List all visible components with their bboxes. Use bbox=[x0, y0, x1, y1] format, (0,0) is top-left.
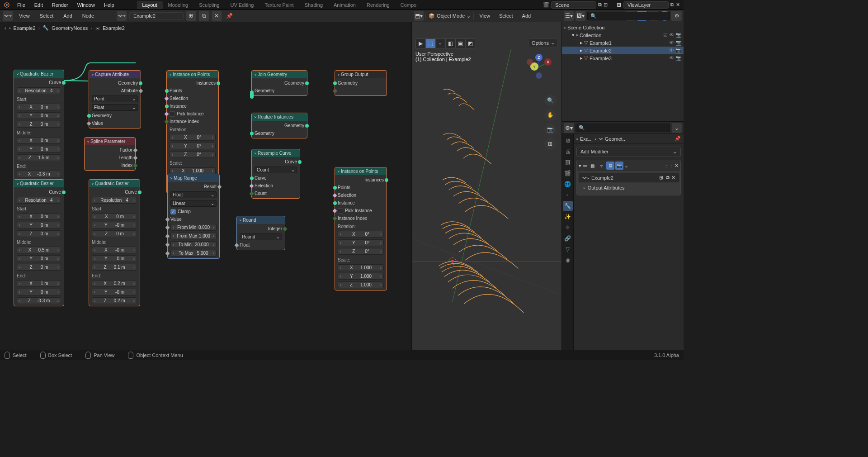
tab-scene-icon[interactable]: 🎬 bbox=[563, 168, 573, 178]
nodetree-name-field[interactable]: Example2 bbox=[129, 12, 184, 19]
node-header[interactable]: vQuadratic Bezier bbox=[89, 180, 140, 187]
display-edit-icon[interactable]: ▿ bbox=[597, 162, 605, 170]
node-header[interactable]: vInstance on Points bbox=[335, 167, 387, 175]
tab-render-icon[interactable]: 🖥 bbox=[563, 136, 573, 146]
menu-node[interactable]: Node bbox=[79, 12, 98, 19]
tab-material-icon[interactable]: ◉ bbox=[563, 255, 573, 265]
shield-icon[interactable]: ⛨ bbox=[186, 11, 196, 21]
copy-icon[interactable]: ⧉ bbox=[598, 2, 602, 8]
node-header[interactable]: vRealize Instances bbox=[252, 113, 307, 121]
unlink-icon[interactable]: ✕ bbox=[212, 11, 222, 21]
tab-shading[interactable]: Shading bbox=[299, 1, 328, 9]
display-viewport-icon[interactable]: 🖥 bbox=[606, 162, 614, 170]
tab-object-icon[interactable]: ▫ bbox=[563, 190, 573, 200]
node-quadratic-bezier-2[interactable]: vQuadratic Bezier Curve Resolution4 Star… bbox=[14, 179, 64, 306]
node-header[interactable]: vSpline Parameter bbox=[85, 138, 135, 145]
tab-texturepaint[interactable]: Texture Paint bbox=[259, 1, 299, 9]
tab-sculpting[interactable]: Sculpting bbox=[193, 1, 225, 9]
node-header[interactable]: vQuadratic Bezier bbox=[14, 70, 64, 78]
blender-logo-icon[interactable] bbox=[0, 0, 13, 10]
select-icon[interactable]: ◩ bbox=[465, 38, 475, 48]
node-header[interactable]: vQuadratic Bezier bbox=[14, 180, 64, 187]
tree-item-example2[interactable]: ▸ ▽Example2👁📷 bbox=[562, 47, 684, 54]
menu-add[interactable]: Add bbox=[60, 12, 76, 19]
pan-icon[interactable]: ✋ bbox=[544, 109, 556, 121]
mode-select[interactable]: 📦Object Mode⌄ bbox=[425, 12, 474, 20]
tab-layout[interactable]: Layout bbox=[137, 1, 163, 9]
options-dropdown[interactable]: Options⌄ bbox=[528, 38, 558, 47]
menu-edit[interactable]: Edit bbox=[30, 2, 47, 8]
tree-collection[interactable]: ▾ ▫Collection☑👁📷 bbox=[562, 31, 684, 39]
viewlayer-name-field[interactable]: ViewLayer bbox=[623, 1, 669, 9]
tab-particles-icon[interactable]: ✨ bbox=[563, 212, 573, 222]
tab-rendering[interactable]: Rendering bbox=[361, 1, 395, 9]
menu-view[interactable]: View bbox=[15, 12, 33, 19]
node-round[interactable]: vRound Integer Round⌄ Float bbox=[236, 216, 285, 250]
modifier-panel-header[interactable]: ▾⫘ ▦ ▿ 🖥 📷 ⌄ ⋮⋮ ✕ bbox=[577, 160, 680, 171]
display-mode-icon[interactable]: 🖼▾ bbox=[576, 11, 585, 21]
node-header[interactable]: vInstance on Points bbox=[167, 71, 218, 78]
node-quadratic-bezier-1[interactable]: vQuadratic Bezier Curve Resolution4 Star… bbox=[14, 70, 64, 197]
grid-icon[interactable]: ⊞ bbox=[544, 138, 556, 150]
output-attributes-toggle[interactable]: ›Output Attributes bbox=[579, 182, 679, 193]
unlink-icon[interactable]: ✕ bbox=[671, 175, 675, 181]
copy-icon[interactable]: ⧉ bbox=[670, 2, 674, 8]
display-render-icon[interactable]: 📷 bbox=[615, 162, 623, 170]
tab-output-icon[interactable]: 🖨 bbox=[563, 147, 573, 157]
tab-uvediting[interactable]: UV Editing bbox=[225, 1, 259, 9]
select-icon[interactable]: ▣ bbox=[455, 38, 465, 48]
tab-compositing[interactable]: Compo bbox=[395, 1, 422, 9]
filter-icon[interactable]: ⚙ bbox=[672, 11, 682, 21]
display-spreadsheet-icon[interactable]: ▦ bbox=[588, 162, 596, 170]
select-icon[interactable]: ▫ bbox=[435, 38, 445, 48]
node-header[interactable]: vResample Curve bbox=[252, 149, 300, 157]
modifier-nodetree-field[interactable]: ⫘▾ Example2 ⛨ ⧉ ✕ bbox=[579, 173, 679, 182]
node-header[interactable]: vMap Range bbox=[168, 174, 219, 182]
pin-icon[interactable]: 📌 bbox=[675, 136, 681, 142]
menu-view[interactable]: View bbox=[476, 12, 494, 19]
tab-viewlayer-icon[interactable]: 🖼 bbox=[563, 157, 573, 167]
navigation-gizmo[interactable]: Z X Y bbox=[525, 54, 552, 81]
modifier-menu-icon[interactable]: ⋮⋮ bbox=[664, 163, 674, 169]
tab-modifier-icon[interactable]: 🔧 bbox=[563, 201, 573, 211]
tab-world-icon[interactable]: 🌐 bbox=[563, 179, 573, 189]
newwin-icon[interactable]: ⊡ bbox=[604, 2, 608, 8]
breadcrumb-obj[interactable]: Example2 bbox=[14, 25, 36, 31]
breadcrumb-mod[interactable]: GeometryNodes bbox=[52, 25, 88, 31]
node-instance-on-points-2[interactable]: vInstance on Points Instances Points Sel… bbox=[335, 167, 387, 290]
search-input[interactable]: 🔍 bbox=[576, 124, 670, 132]
menu-render[interactable]: Render bbox=[47, 2, 73, 8]
breadcrumb-tree[interactable]: Example2 bbox=[103, 25, 125, 31]
menu-file[interactable]: File bbox=[13, 2, 30, 8]
tab-animation[interactable]: Animation bbox=[328, 1, 361, 9]
menu-select[interactable]: Select bbox=[495, 12, 517, 19]
node-realize-instances[interactable]: vRealize Instances Geometry Geometry bbox=[251, 113, 307, 138]
outliner[interactable]: ☰▾ 🖼▾ 🔍 ⚙ ▫Scene Collection ▾ ▫Collectio… bbox=[562, 22, 684, 122]
copy-icon[interactable]: ⧉ bbox=[199, 11, 209, 21]
menu-add[interactable]: Add bbox=[519, 12, 535, 19]
resolution-field[interactable]: Resolution4 bbox=[17, 87, 61, 94]
add-modifier-button[interactable]: Add Modifier⌄ bbox=[576, 147, 681, 157]
menu-window[interactable]: Window bbox=[73, 2, 99, 8]
options-icon[interactable]: ⌄ bbox=[672, 123, 682, 133]
node-header[interactable]: vGroup Output bbox=[335, 71, 387, 78]
cursor-icon[interactable]: ▶ bbox=[415, 38, 425, 48]
node-capture-attribute[interactable]: vCapture Attribute Geometry Attribute Po… bbox=[89, 70, 141, 129]
close-icon[interactable]: ✕ bbox=[676, 2, 680, 8]
node-resample-curve[interactable]: vResample Curve Curve Count⌄ Curve Selec… bbox=[251, 149, 300, 199]
node-quadratic-bezier-3[interactable]: vQuadratic Bezier Curve Resolution4 Star… bbox=[89, 179, 140, 306]
box-select-icon[interactable]: ⬚ bbox=[425, 38, 435, 48]
nodetree-icon[interactable]: ⫘▾ bbox=[117, 11, 127, 21]
node-header[interactable]: vRound bbox=[237, 216, 285, 224]
zoom-icon[interactable]: 🔍 bbox=[544, 95, 556, 106]
node-map-range[interactable]: vMap Range Result Float⌄ Linear⌄ ✓Clamp … bbox=[167, 174, 220, 259]
tab-data-icon[interactable]: ▽ bbox=[563, 244, 573, 254]
tree-scene-collection[interactable]: ▫Scene Collection bbox=[562, 24, 684, 31]
tab-modeling[interactable]: Modeling bbox=[163, 1, 194, 9]
tree-item-example1[interactable]: ▸ ▽Example1👁📷 bbox=[562, 39, 684, 47]
tab-constraints-icon[interactable]: 🔗 bbox=[563, 233, 573, 243]
search-input[interactable]: 🔍 bbox=[587, 12, 670, 20]
tree-item-example3[interactable]: ▸ ▽Example3👁📷 bbox=[562, 54, 684, 62]
tab-physics-icon[interactable]: ⚛ bbox=[563, 223, 573, 233]
copy-icon[interactable]: ⧉ bbox=[666, 175, 670, 181]
